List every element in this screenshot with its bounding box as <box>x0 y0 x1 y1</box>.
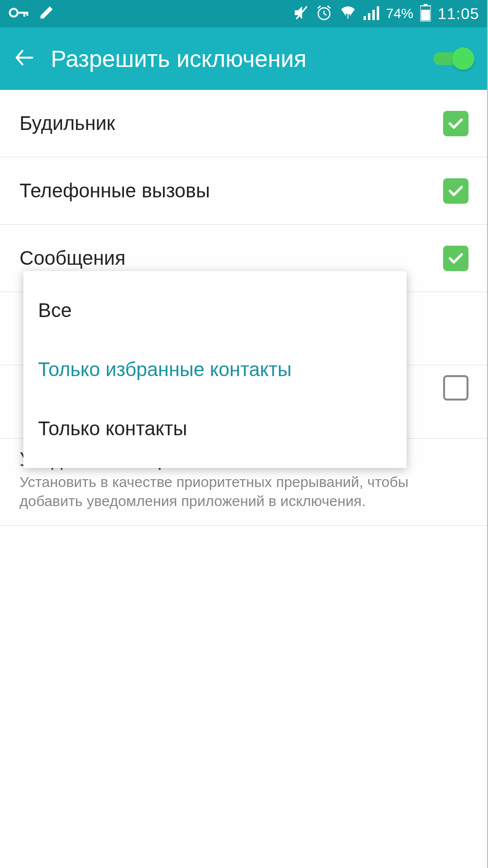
status-bar: 74% 11:05 <box>0 0 488 27</box>
checkbox-messages[interactable] <box>443 246 468 271</box>
svg-point-0 <box>10 9 18 17</box>
master-toggle[interactable] <box>433 49 474 68</box>
popup-option-favorites[interactable]: Только избранные контакты <box>23 340 407 399</box>
back-arrow-icon[interactable] <box>14 47 35 70</box>
svg-rect-11 <box>368 13 370 20</box>
popup-option-all[interactable]: Все <box>23 281 407 340</box>
mute-icon <box>292 4 309 23</box>
list-item-label: Телефонные вызовы <box>20 180 443 202</box>
list-item-alarm[interactable]: Будильник <box>0 90 488 157</box>
svg-rect-10 <box>364 16 366 20</box>
vpn-key-icon <box>9 7 29 21</box>
list-item-label: Будильник <box>20 112 443 134</box>
svg-rect-2 <box>23 12 25 17</box>
checkbox-unknown[interactable] <box>443 375 468 401</box>
checkbox-calls[interactable] <box>443 178 468 204</box>
list-item-description: Установить в качестве приоритетных преры… <box>20 472 468 510</box>
svg-rect-13 <box>377 6 379 20</box>
wifi-icon <box>339 5 357 22</box>
checkbox-alarm[interactable] <box>443 111 468 136</box>
svg-rect-3 <box>26 12 28 16</box>
edit-icon <box>39 5 54 22</box>
list-item-label: Сообщения <box>20 247 443 269</box>
alarm-clock-icon <box>316 4 332 23</box>
svg-rect-16 <box>421 10 430 21</box>
app-bar: Разрешить исключения <box>0 27 488 90</box>
svg-rect-1 <box>17 12 27 14</box>
battery-percent: 74% <box>386 6 413 21</box>
battery-icon <box>420 4 431 23</box>
signal-icon <box>364 5 379 22</box>
popup-option-contacts[interactable]: Только контакты <box>23 399 407 458</box>
page-title: Разрешить исключения <box>51 45 418 72</box>
popup-menu: Все Только избранные контакты Только кон… <box>23 271 407 468</box>
svg-rect-12 <box>372 10 375 20</box>
list-item-calls[interactable]: Телефонные вызовы <box>0 157 488 225</box>
clock-time: 11:05 <box>438 5 479 23</box>
